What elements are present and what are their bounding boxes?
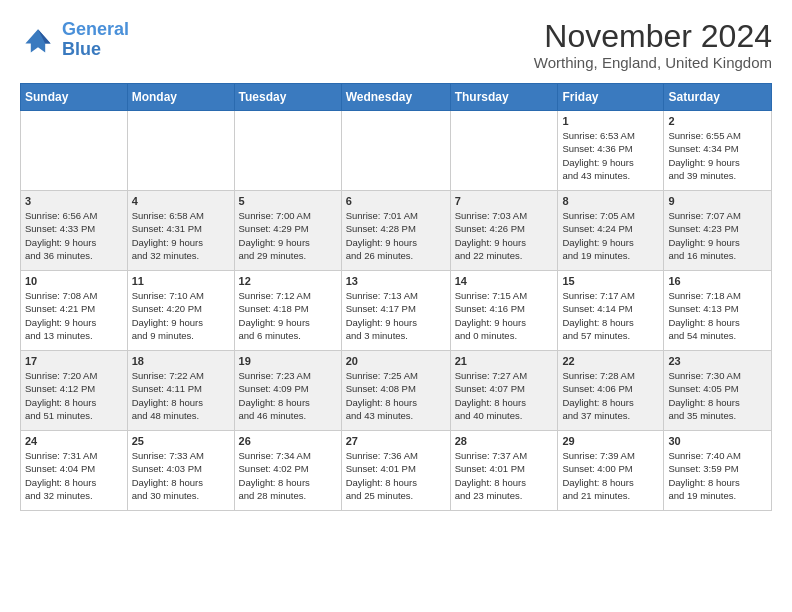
logo-text: General Blue	[62, 20, 129, 60]
day-info: Sunrise: 7:40 AM Sunset: 3:59 PM Dayligh…	[668, 449, 767, 502]
day-info: Sunrise: 7:12 AM Sunset: 4:18 PM Dayligh…	[239, 289, 337, 342]
day-number: 20	[346, 355, 446, 367]
day-number: 1	[562, 115, 659, 127]
day-info: Sunrise: 7:37 AM Sunset: 4:01 PM Dayligh…	[455, 449, 554, 502]
day-info: Sunrise: 7:08 AM Sunset: 4:21 PM Dayligh…	[25, 289, 123, 342]
calendar-week-1: 1Sunrise: 6:53 AM Sunset: 4:36 PM Daylig…	[21, 111, 772, 191]
day-number: 25	[132, 435, 230, 447]
calendar-cell: 12Sunrise: 7:12 AM Sunset: 4:18 PM Dayli…	[234, 271, 341, 351]
calendar-cell: 28Sunrise: 7:37 AM Sunset: 4:01 PM Dayli…	[450, 431, 558, 511]
calendar-cell: 11Sunrise: 7:10 AM Sunset: 4:20 PM Dayli…	[127, 271, 234, 351]
day-info: Sunrise: 6:53 AM Sunset: 4:36 PM Dayligh…	[562, 129, 659, 182]
day-number: 14	[455, 275, 554, 287]
day-info: Sunrise: 7:01 AM Sunset: 4:28 PM Dayligh…	[346, 209, 446, 262]
day-info: Sunrise: 7:39 AM Sunset: 4:00 PM Dayligh…	[562, 449, 659, 502]
day-number: 3	[25, 195, 123, 207]
day-info: Sunrise: 6:55 AM Sunset: 4:34 PM Dayligh…	[668, 129, 767, 182]
day-info: Sunrise: 7:00 AM Sunset: 4:29 PM Dayligh…	[239, 209, 337, 262]
day-number: 4	[132, 195, 230, 207]
day-number: 19	[239, 355, 337, 367]
day-number: 13	[346, 275, 446, 287]
calendar-cell: 18Sunrise: 7:22 AM Sunset: 4:11 PM Dayli…	[127, 351, 234, 431]
day-info: Sunrise: 6:58 AM Sunset: 4:31 PM Dayligh…	[132, 209, 230, 262]
logo-blue: Blue	[62, 40, 129, 60]
calendar-week-2: 3Sunrise: 6:56 AM Sunset: 4:33 PM Daylig…	[21, 191, 772, 271]
calendar-cell: 10Sunrise: 7:08 AM Sunset: 4:21 PM Dayli…	[21, 271, 128, 351]
day-info: Sunrise: 7:30 AM Sunset: 4:05 PM Dayligh…	[668, 369, 767, 422]
calendar-cell: 30Sunrise: 7:40 AM Sunset: 3:59 PM Dayli…	[664, 431, 772, 511]
day-info: Sunrise: 7:34 AM Sunset: 4:02 PM Dayligh…	[239, 449, 337, 502]
logo-general: General	[62, 19, 129, 39]
location: Worthing, England, United Kingdom	[534, 54, 772, 71]
day-info: Sunrise: 7:25 AM Sunset: 4:08 PM Dayligh…	[346, 369, 446, 422]
day-info: Sunrise: 7:15 AM Sunset: 4:16 PM Dayligh…	[455, 289, 554, 342]
day-info: Sunrise: 7:13 AM Sunset: 4:17 PM Dayligh…	[346, 289, 446, 342]
calendar-cell: 20Sunrise: 7:25 AM Sunset: 4:08 PM Dayli…	[341, 351, 450, 431]
calendar-cell: 9Sunrise: 7:07 AM Sunset: 4:23 PM Daylig…	[664, 191, 772, 271]
calendar-week-4: 17Sunrise: 7:20 AM Sunset: 4:12 PM Dayli…	[21, 351, 772, 431]
calendar-cell: 21Sunrise: 7:27 AM Sunset: 4:07 PM Dayli…	[450, 351, 558, 431]
day-info: Sunrise: 7:18 AM Sunset: 4:13 PM Dayligh…	[668, 289, 767, 342]
calendar-cell: 17Sunrise: 7:20 AM Sunset: 4:12 PM Dayli…	[21, 351, 128, 431]
logo: General Blue	[20, 20, 129, 60]
calendar-cell: 13Sunrise: 7:13 AM Sunset: 4:17 PM Dayli…	[341, 271, 450, 351]
calendar-cell: 15Sunrise: 7:17 AM Sunset: 4:14 PM Dayli…	[558, 271, 664, 351]
day-number: 29	[562, 435, 659, 447]
day-number: 9	[668, 195, 767, 207]
calendar-cell	[234, 111, 341, 191]
day-info: Sunrise: 7:27 AM Sunset: 4:07 PM Dayligh…	[455, 369, 554, 422]
day-info: Sunrise: 7:10 AM Sunset: 4:20 PM Dayligh…	[132, 289, 230, 342]
title-block: November 2024 Worthing, England, United …	[534, 20, 772, 71]
calendar-cell: 14Sunrise: 7:15 AM Sunset: 4:16 PM Dayli…	[450, 271, 558, 351]
day-info: Sunrise: 7:33 AM Sunset: 4:03 PM Dayligh…	[132, 449, 230, 502]
calendar-cell: 22Sunrise: 7:28 AM Sunset: 4:06 PM Dayli…	[558, 351, 664, 431]
general-blue-logo-icon	[20, 22, 56, 58]
day-number: 15	[562, 275, 659, 287]
day-number: 16	[668, 275, 767, 287]
calendar-table: Sunday Monday Tuesday Wednesday Thursday…	[20, 83, 772, 511]
calendar-week-3: 10Sunrise: 7:08 AM Sunset: 4:21 PM Dayli…	[21, 271, 772, 351]
day-info: Sunrise: 7:17 AM Sunset: 4:14 PM Dayligh…	[562, 289, 659, 342]
day-number: 17	[25, 355, 123, 367]
day-info: Sunrise: 7:05 AM Sunset: 4:24 PM Dayligh…	[562, 209, 659, 262]
month-title: November 2024	[534, 20, 772, 52]
calendar-cell: 3Sunrise: 6:56 AM Sunset: 4:33 PM Daylig…	[21, 191, 128, 271]
calendar-week-5: 24Sunrise: 7:31 AM Sunset: 4:04 PM Dayli…	[21, 431, 772, 511]
calendar-cell: 6Sunrise: 7:01 AM Sunset: 4:28 PM Daylig…	[341, 191, 450, 271]
calendar-cell: 24Sunrise: 7:31 AM Sunset: 4:04 PM Dayli…	[21, 431, 128, 511]
calendar-cell	[341, 111, 450, 191]
day-info: Sunrise: 7:23 AM Sunset: 4:09 PM Dayligh…	[239, 369, 337, 422]
header: General Blue November 2024 Worthing, Eng…	[20, 20, 772, 71]
day-number: 21	[455, 355, 554, 367]
day-number: 22	[562, 355, 659, 367]
calendar-cell: 29Sunrise: 7:39 AM Sunset: 4:00 PM Dayli…	[558, 431, 664, 511]
day-info: Sunrise: 7:03 AM Sunset: 4:26 PM Dayligh…	[455, 209, 554, 262]
calendar-cell: 1Sunrise: 6:53 AM Sunset: 4:36 PM Daylig…	[558, 111, 664, 191]
day-info: Sunrise: 6:56 AM Sunset: 4:33 PM Dayligh…	[25, 209, 123, 262]
col-sunday: Sunday	[21, 84, 128, 111]
calendar-cell	[450, 111, 558, 191]
day-number: 10	[25, 275, 123, 287]
calendar-cell: 5Sunrise: 7:00 AM Sunset: 4:29 PM Daylig…	[234, 191, 341, 271]
day-number: 30	[668, 435, 767, 447]
day-info: Sunrise: 7:31 AM Sunset: 4:04 PM Dayligh…	[25, 449, 123, 502]
col-friday: Friday	[558, 84, 664, 111]
day-number: 8	[562, 195, 659, 207]
col-tuesday: Tuesday	[234, 84, 341, 111]
day-number: 12	[239, 275, 337, 287]
day-number: 5	[239, 195, 337, 207]
calendar-cell: 19Sunrise: 7:23 AM Sunset: 4:09 PM Dayli…	[234, 351, 341, 431]
calendar-cell: 7Sunrise: 7:03 AM Sunset: 4:26 PM Daylig…	[450, 191, 558, 271]
calendar-cell: 25Sunrise: 7:33 AM Sunset: 4:03 PM Dayli…	[127, 431, 234, 511]
day-number: 27	[346, 435, 446, 447]
calendar-cell: 2Sunrise: 6:55 AM Sunset: 4:34 PM Daylig…	[664, 111, 772, 191]
calendar-cell: 16Sunrise: 7:18 AM Sunset: 4:13 PM Dayli…	[664, 271, 772, 351]
calendar-cell	[21, 111, 128, 191]
calendar-cell: 8Sunrise: 7:05 AM Sunset: 4:24 PM Daylig…	[558, 191, 664, 271]
day-number: 6	[346, 195, 446, 207]
day-number: 18	[132, 355, 230, 367]
day-number: 26	[239, 435, 337, 447]
day-info: Sunrise: 7:22 AM Sunset: 4:11 PM Dayligh…	[132, 369, 230, 422]
calendar-cell	[127, 111, 234, 191]
calendar-page: General Blue November 2024 Worthing, Eng…	[0, 0, 792, 521]
